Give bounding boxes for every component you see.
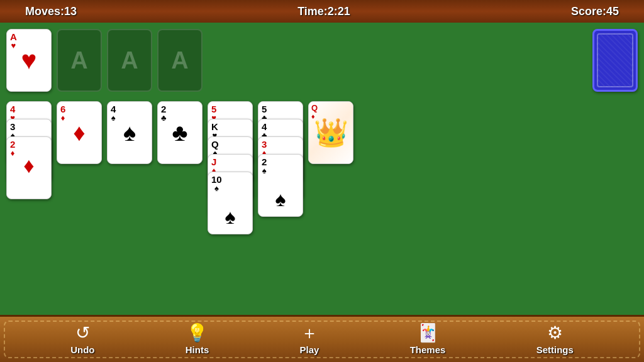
tableau-card[interactable]: 2 ♠ ♠ (258, 154, 303, 217)
tableau-card[interactable]: 2 ♣ ♣ (157, 101, 203, 164)
foundations: A ♥ ♥ A A A (6, 29, 203, 92)
undo-label: Undo (70, 344, 94, 355)
themes-icon: 🃏 (417, 324, 439, 342)
foundation-pile-3[interactable]: A (107, 29, 152, 92)
themes-label: Themes (410, 344, 446, 355)
tableau-col-2: 6 ♦ ♦ (57, 101, 102, 183)
foundation-pile-1[interactable]: A ♥ ♥ (6, 29, 52, 92)
hints-label: Hints (186, 344, 209, 355)
empty-pile-label: A (171, 47, 188, 74)
tableau-card[interactable]: 10 ♠ ♠ (208, 172, 253, 234)
foundation-pile-4[interactable]: A (157, 29, 203, 92)
stock-card[interactable] (592, 29, 638, 92)
tableau-card-queen[interactable]: 👑 Q♦ (308, 101, 353, 164)
tableau-card[interactable]: 6 ♦ ♦ (57, 101, 102, 164)
tableau-col-3: 4 ♠ ♠ (107, 101, 152, 183)
undo-button[interactable]: ↺ Undo (60, 322, 104, 358)
play-label: Play (300, 344, 319, 355)
settings-button[interactable]: ⚙ Settings (526, 322, 584, 358)
play-icon: ＋ (301, 324, 318, 342)
score-stat: Score:45 (571, 5, 619, 18)
tableau-col-4: 2 ♣ ♣ (157, 101, 203, 183)
card-center-icon: ♥ (21, 45, 37, 75)
tableau: 4 ♥ ♥ 3 ♠ 2 ♦ ♦ (6, 101, 638, 277)
tableau-col-7: 👑 Q♦ (308, 101, 353, 183)
empty-pile-label: A (70, 47, 87, 74)
tableau-card[interactable]: 4 ♠ ♠ (107, 101, 152, 164)
foundation-pile-2[interactable]: A (57, 29, 102, 92)
themes-button[interactable]: 🃏 Themes (400, 322, 456, 358)
time-stat: Time:2:21 (297, 5, 350, 18)
tableau-card[interactable]: 2 ♦ ♦ (6, 136, 52, 199)
tableau-col-6: 5 ♣ 4 ♣ 3 ♦ 2 ♠ ♠ (258, 101, 303, 277)
stock-pile[interactable] (592, 29, 638, 92)
game-header: Moves:13 Time:2:21 Score:45 (0, 0, 644, 23)
tableau-col-1: 4 ♥ ♥ 3 ♠ 2 ♦ ♦ (6, 101, 52, 239)
card-rank: A (10, 32, 17, 41)
settings-icon: ⚙ (547, 324, 563, 342)
tableau-col-5: 5 ♥ K ♥ Q ♠ J ♦ (208, 101, 253, 277)
empty-pile-label: A (121, 47, 138, 74)
toolbar: ↺ Undo 💡 Hints ＋ Play 🃏 Themes ⚙ Setting… (0, 315, 644, 362)
undo-icon: ↺ (75, 324, 90, 342)
hints-icon: 💡 (186, 324, 208, 342)
card-suit: ♥ (11, 41, 16, 50)
game-area: A ♥ ♥ A A A 4 ♥ (0, 23, 644, 315)
settings-label: Settings (536, 344, 574, 355)
hints-button[interactable]: 💡 Hints (175, 322, 219, 358)
play-button[interactable]: ＋ Play (290, 322, 330, 358)
moves-stat: Moves:13 (25, 5, 77, 18)
